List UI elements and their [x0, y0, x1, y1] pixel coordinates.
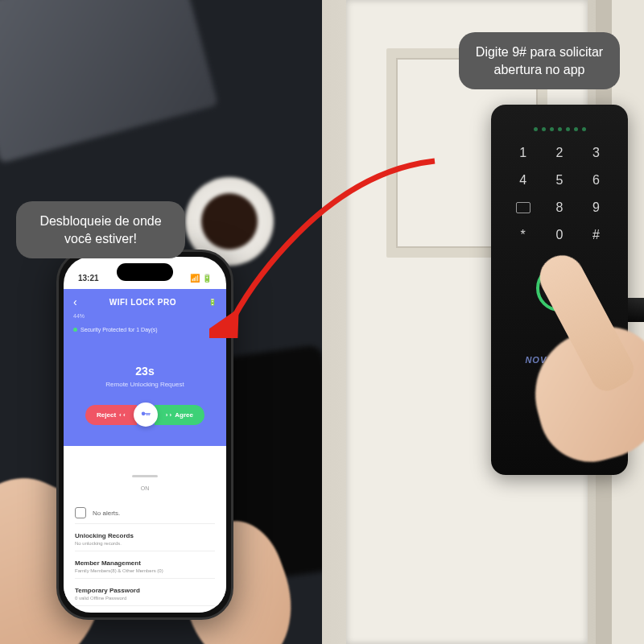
alerts-row[interactable]: No alerts.: [75, 502, 215, 524]
sheet-handle-icon[interactable]: [132, 475, 158, 477]
security-status-row: Security Protected for 1 Day(s): [64, 325, 226, 341]
key-8[interactable]: 8: [550, 200, 568, 215]
product-showcase: 13:21 📶 🔋 ‹ WIFI LOCK PRO 🔋 44% Security…: [0, 0, 644, 644]
agree-label: Agree: [175, 411, 193, 419]
phone-screen: 13:21 📶 🔋 ‹ WIFI LOCK PRO 🔋 44% Security…: [64, 257, 226, 613]
battery-icon: 🔋: [208, 299, 217, 306]
app-title: WIFI LOCK PRO: [82, 298, 204, 307]
keypad: 1 2 3 4 5 6 8 9 * 0 #: [506, 146, 613, 242]
key-1[interactable]: 1: [514, 146, 532, 160]
section-sub: 0 valid Offline Password: [75, 596, 215, 601]
back-icon[interactable]: ‹: [73, 295, 77, 308]
status-dot-icon: [73, 328, 77, 332]
section-temporary-password[interactable]: Temporary Password 0 valid Offline Passw…: [75, 579, 215, 606]
key-icon: [140, 409, 151, 420]
led-indicators: [506, 127, 613, 131]
slider-knob[interactable]: [134, 402, 158, 427]
key-2[interactable]: 2: [550, 146, 568, 160]
left-scene: 13:21 📶 🔋 ‹ WIFI LOCK PRO 🔋 44% Security…: [0, 0, 322, 644]
security-status-text: Security Protected for 1 Day(s): [80, 327, 158, 332]
fingerprint-sensor[interactable]: [536, 265, 583, 312]
key-4[interactable]: 4: [514, 173, 532, 188]
no-alerts-text: No alerts.: [93, 510, 120, 517]
section-title: Temporary Password: [75, 587, 215, 594]
key-3[interactable]: 3: [587, 146, 605, 160]
section-title: Unlocking Records: [75, 532, 215, 539]
key-star[interactable]: *: [514, 228, 532, 242]
battery-percent: 44%: [64, 312, 226, 325]
key-5[interactable]: 5: [550, 173, 568, 188]
countdown-timer: 23s: [76, 365, 213, 378]
clock-time: 13:21: [78, 274, 99, 283]
agree-button[interactable]: › › Agree: [155, 405, 204, 425]
on-label: ON: [75, 485, 215, 491]
key-6[interactable]: 6: [587, 173, 605, 188]
app-body: 23s Remote Unlocking Request Reject ‹ ‹ …: [64, 341, 226, 446]
brand-logo: NOVADIGITAL: [506, 355, 613, 365]
arrow-left-icon: ‹ ‹: [119, 411, 126, 419]
key-hash[interactable]: #: [587, 228, 605, 242]
request-label: Remote Unlocking Request: [76, 381, 213, 388]
key-card[interactable]: [514, 200, 532, 215]
card-icon: [516, 202, 530, 213]
key-0[interactable]: 0: [550, 228, 568, 242]
phone-notch: [117, 263, 173, 281]
unlock-slider[interactable]: Reject ‹ ‹ › › Agree: [76, 402, 213, 427]
reject-button[interactable]: Reject ‹ ‹: [85, 405, 137, 425]
section-member-management[interactable]: Member Management Family Members(8) & Ot…: [75, 551, 215, 579]
bottom-sheet: ON No alerts. Unlocking Records No unloc…: [64, 462, 226, 606]
status-icons: 📶 🔋: [190, 274, 212, 283]
app-header: ‹ WIFI LOCK PRO 🔋: [64, 289, 226, 312]
callout-press-9hash: Digite 9# para solicitar abertura no app: [459, 32, 620, 89]
section-sub: Family Members(8) & Other Members (0): [75, 568, 215, 573]
bell-icon: [75, 507, 86, 518]
key-9[interactable]: 9: [587, 200, 605, 215]
reject-label: Reject: [97, 411, 116, 419]
smart-lock: 1 2 3 4 5 6 8 9 * 0 # NOVADIGITAL: [491, 105, 628, 475]
arrow-right-icon: › ›: [166, 411, 172, 419]
section-title: Member Management: [75, 559, 215, 567]
right-scene: 1 2 3 4 5 6 8 9 * 0 # NOVADIGITAL: [322, 0, 644, 644]
section-sub: No unlocking records.: [75, 541, 215, 546]
callout-unlock-anywhere: Desbloqueie de onde você estiver!: [16, 201, 185, 258]
section-unlocking-records[interactable]: Unlocking Records No unlocking records.: [75, 524, 215, 551]
smartphone: 13:21 📶 🔋 ‹ WIFI LOCK PRO 🔋 44% Security…: [56, 250, 233, 620]
